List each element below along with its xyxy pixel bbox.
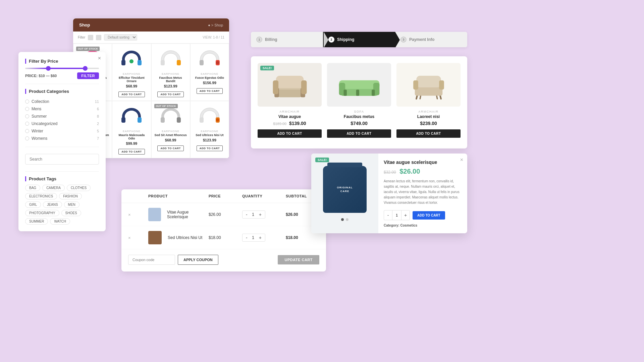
quickview-qty-increase[interactable]: +	[401, 210, 410, 220]
tag-bag[interactable]: BAG	[25, 185, 40, 191]
apply-coupon-button[interactable]: APPLY COUPON	[178, 255, 218, 265]
quickview-add-to-cart-button[interactable]: ADD TO CART	[413, 211, 445, 220]
col-quantity: QUANTITY	[242, 194, 286, 198]
tag-electronics[interactable]: ELECTRONICS	[25, 193, 57, 199]
current-price: $749.00	[351, 121, 368, 126]
product-name: Faucibus Metus Bandit	[154, 76, 187, 83]
cart-item-price: $18.00	[209, 235, 242, 240]
step-number-payment: 3	[400, 37, 407, 43]
tag-girl[interactable]: GIRL	[25, 201, 41, 208]
furniture-add-to-cart-button[interactable]: ADD TO CART	[396, 129, 461, 138]
list-item[interactable]: Womens7	[25, 135, 99, 142]
product-action-button[interactable]: ADD TO CART	[118, 149, 145, 155]
furniture-name: Faucibus metus	[327, 114, 391, 119]
quickview-qty-decrease[interactable]: -	[384, 210, 392, 220]
product-action-button[interactable]: ADD TO CART	[197, 88, 223, 94]
tag-jeans[interactable]: JEANS	[43, 201, 62, 208]
col-remove	[128, 194, 148, 198]
product-action-button[interactable]: ADD TO CART	[157, 92, 183, 97]
carousel-dot-2[interactable]	[346, 218, 348, 221]
product-action-button[interactable]: ADD TO CART	[118, 92, 145, 97]
out-of-stock-badge: OUT OF STOCK	[76, 47, 100, 51]
furniture-image-sofa	[327, 63, 391, 107]
svg-rect-35	[356, 89, 359, 96]
step-payment[interactable]: 3 Payment Info	[395, 32, 467, 47]
sort-select[interactable]: Default sorting	[104, 34, 137, 41]
price-range-bar[interactable]	[25, 68, 99, 69]
product-image	[196, 48, 223, 70]
svg-rect-19	[200, 117, 204, 123]
cart-item-subtotal: $18.00	[286, 235, 319, 240]
categories-list: Collection11 Mens6 Summer8 Uncategorized…	[25, 98, 99, 142]
furniture-add-to-cart-button[interactable]: ADD TO CART	[327, 129, 391, 138]
quantity-increase-button[interactable]: +	[258, 235, 262, 240]
quickview-actions: - 1 + ADD TO CART	[384, 210, 462, 220]
product-name: Sed Ultrices Nisi Ut	[193, 133, 226, 137]
carousel-dot-1[interactable]	[341, 218, 344, 221]
filter-close-icon[interactable]: ×	[98, 55, 101, 61]
remove-item-button[interactable]: ×	[128, 235, 148, 240]
tag-men[interactable]: MEN	[64, 201, 79, 208]
search-input[interactable]	[25, 154, 99, 165]
svg-rect-7	[161, 60, 165, 65]
svg-rect-34	[372, 89, 375, 96]
step-label-shipping: Shipping	[337, 37, 354, 42]
update-cart-button[interactable]: UPDATE CART	[278, 255, 319, 264]
product-card: EARPHONE Fusce Egestas Odio $156.99 ADD …	[190, 44, 229, 101]
step-number-shipping: 2	[328, 37, 334, 43]
product-price: $68.99	[154, 138, 187, 142]
tag-camera[interactable]: CAMERA	[42, 185, 65, 191]
cart-item-info: Sed Ultrices Nisi Ut	[148, 231, 209, 244]
quantity-decrease-button[interactable]: -	[245, 235, 248, 240]
price-thumb-left[interactable]	[46, 66, 51, 71]
quickview-old-price: $32.00	[384, 170, 396, 175]
product-action-button[interactable]: ADD TO CART	[157, 145, 183, 151]
furniture-name: Vitae augue	[258, 114, 322, 119]
furniture-add-to-cart-button[interactable]: ADD TO CART	[258, 129, 322, 138]
cart-table-header: PRODUCT PRICE QUANTITY SUBTOTAL	[121, 189, 326, 203]
remove-item-button[interactable]: ×	[128, 212, 148, 217]
quantity-increase-button[interactable]: +	[258, 212, 262, 217]
grid-view-icon[interactable]	[88, 35, 93, 40]
furniture-type: ARMCHAIR	[258, 110, 322, 113]
col-price: PRICE	[209, 194, 242, 198]
coupon-input[interactable]	[128, 255, 175, 265]
svg-rect-17	[161, 117, 165, 123]
list-item[interactable]: Uncategorized2	[25, 120, 99, 127]
product-card: EARPHONE Efficitur Tincidunt Ornare $68.…	[112, 44, 151, 101]
price-thumb-right[interactable]	[83, 66, 88, 71]
tag-clothes[interactable]: CLOTHES	[67, 185, 91, 191]
quantity-control: - 1 +	[242, 210, 265, 219]
tag-summer[interactable]: SUMMER	[25, 218, 48, 225]
quantity-control: - 1 +	[242, 234, 265, 242]
filter-button[interactable]: FILTER	[77, 72, 99, 79]
product-action-button[interactable]: ADD TO CART	[197, 145, 223, 151]
tag-photography[interactable]: PHOTOGRAPHY	[25, 210, 59, 216]
product-categories-title: Product Categories	[25, 89, 99, 94]
quantity-decrease-button[interactable]: -	[245, 212, 248, 217]
quickview-price-area: $32.00 $26.00	[384, 168, 462, 175]
furniture-item: ARMCHAIR Laoreet nisi $239.00 ADD TO CAR…	[396, 63, 461, 138]
furniture-type: ARMCHAIR	[396, 110, 461, 113]
furniture-price: $239.00	[396, 121, 461, 126]
svg-point-6	[129, 59, 133, 63]
tag-watch[interactable]: WATCH	[50, 218, 70, 225]
carousel-dots	[341, 218, 348, 221]
list-item[interactable]: Summer8	[25, 113, 99, 120]
step-billing[interactable]: 1 Billing	[251, 32, 323, 47]
jar-label: ORIGINAL CARE	[337, 186, 353, 193]
tag-fashion[interactable]: FASHION	[59, 193, 82, 199]
quickview-close-icon[interactable]: ×	[460, 157, 463, 163]
product-category: EARPHONE	[115, 72, 148, 75]
list-item[interactable]: Mens6	[25, 105, 99, 113]
list-item[interactable]: Winter5	[25, 127, 99, 135]
list-item[interactable]: Collection11	[25, 98, 99, 105]
step-shipping[interactable]: 2 Shipping	[323, 32, 395, 47]
quickview-qty-value: 1	[392, 210, 401, 220]
svg-rect-43	[439, 80, 444, 89]
filter-panel: × Filter By Price PRICE: $10 — $60 FILTE…	[18, 52, 106, 231]
tag-shoes[interactable]: SHOES	[61, 210, 81, 216]
list-view-icon[interactable]	[96, 35, 101, 40]
quickview-image-area: SALE! ORIGINAL CARE	[311, 154, 378, 233]
svg-rect-15	[121, 117, 125, 123]
